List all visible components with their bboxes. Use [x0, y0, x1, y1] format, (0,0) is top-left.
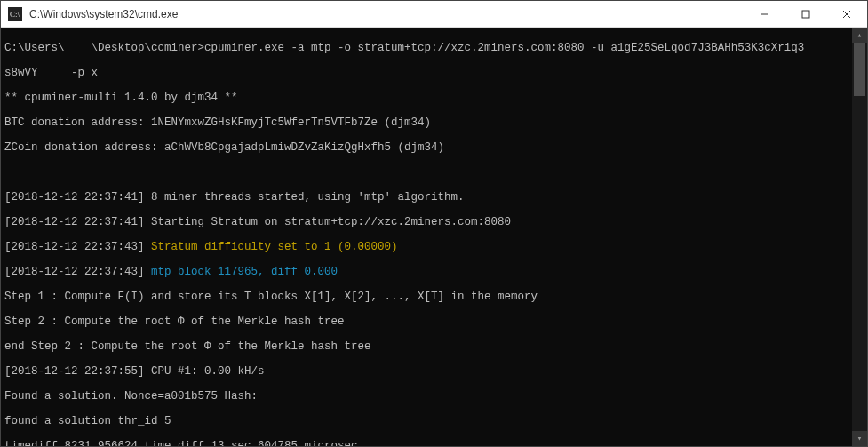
log-line: [2018-12-12 22:37:43] mtp block 117965, …: [4, 266, 864, 278]
timestamp: [2018-12-12 22:37:43]: [4, 266, 145, 278]
timestamp: [2018-12-12 22:37:43]: [4, 241, 145, 253]
log-text: mtp block 117965, diff 0.000: [145, 266, 338, 278]
titlebar[interactable]: C:\ C:\Windows\system32\cmd.exe: [1, 1, 867, 28]
cmd-line: C:\Users\ \Desktop\ccminer>cpuminer.exe …: [4, 42, 864, 54]
maximize-button[interactable]: [785, 1, 826, 27]
timestamp: [2018-12-12 22:37:55]: [4, 365, 145, 378]
donation-line: BTC donation address: 1NENYmxwZGHsKFmyjT…: [4, 116, 864, 129]
window-title: C:\Windows\system32\cmd.exe: [29, 8, 745, 20]
log-line: Found a solution. Nonce=a001b575 Hash:: [4, 390, 864, 403]
timestamp: [2018-12-12 22:37:41]: [4, 191, 145, 204]
log-line: [2018-12-12 22:37:55] CPU #1: 0.00 kH/s: [4, 365, 864, 378]
log-line: found a solution thr_id 5: [4, 415, 864, 427]
svg-text:C:\: C:\: [10, 10, 20, 19]
window-controls: [745, 1, 867, 27]
banner-line: ** cpuminer-multi 1.4.0 by djm34 **: [4, 92, 864, 104]
log-line: end Step 2 : Compute the root Φ of the M…: [4, 340, 864, 353]
log-line: [2018-12-12 22:37:41] 8 miner threads st…: [4, 191, 864, 204]
cmd-line: s8wVY -p x: [4, 67, 864, 79]
blank-line: [4, 166, 864, 179]
svg-rect-3: [802, 11, 809, 18]
vertical-scrollbar[interactable]: ▴ ▾: [852, 28, 867, 446]
log-text: CPU #1: 0.00 kH/s: [145, 365, 265, 378]
log-line: timediff 8231.956624 time diff 13 sec 60…: [4, 440, 864, 446]
log-line: [2018-12-12 22:37:41] Starting Stratum o…: [4, 216, 864, 228]
timestamp: [2018-12-12 22:37:41]: [4, 216, 145, 228]
scroll-down-button[interactable]: ▾: [852, 431, 867, 446]
scrollbar-thumb[interactable]: [854, 43, 865, 96]
scrollbar-track[interactable]: [852, 43, 867, 431]
log-line: [2018-12-12 22:37:43] Stratum difficulty…: [4, 241, 864, 253]
scroll-up-button[interactable]: ▴: [852, 28, 867, 43]
minimize-button[interactable]: [745, 1, 785, 27]
cmd-icon: C:\: [8, 7, 22, 21]
log-line: Step 2 : Compute the root Φ of the Merkl…: [4, 315, 864, 328]
console-output[interactable]: C:\Users\ \Desktop\ccminer>cpuminer.exe …: [1, 28, 867, 446]
log-line: Step 1 : Compute F(I) and store its T bl…: [4, 291, 864, 303]
log-text: Stratum difficulty set to 1 (0.00000): [145, 241, 398, 253]
chevron-down-icon: ▾: [857, 433, 862, 445]
donation-line: ZCoin donation address: aChWVb8CpgajadpL…: [4, 141, 864, 154]
close-button[interactable]: [826, 1, 867, 27]
log-text: Starting Stratum on stratum+tcp://xzc.2m…: [145, 216, 512, 228]
log-text: 8 miner threads started, using 'mtp' alg…: [145, 191, 465, 204]
chevron-up-icon: ▴: [857, 29, 862, 42]
cmd-window: C:\ C:\Windows\system32\cmd.exe C:\Users…: [0, 0, 868, 447]
